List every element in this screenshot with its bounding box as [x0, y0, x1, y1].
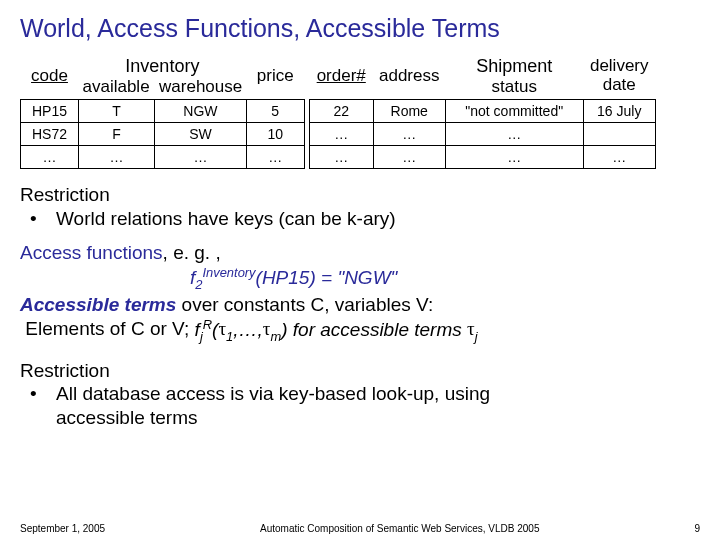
- table-row: HP15 T NGW 5: [21, 100, 305, 123]
- table-row: HS72 F SW 10: [21, 123, 305, 146]
- bullet-icon: •: [20, 207, 56, 231]
- access-functions-block: Access functions, e. g. , f2Inventory(HP…: [20, 241, 700, 345]
- bullet-icon: •: [20, 382, 56, 430]
- col-code: code: [21, 53, 79, 100]
- restriction-2: Restriction •All database access is via …: [20, 359, 700, 430]
- table-row: … … … …: [21, 146, 305, 169]
- inventory-title: Inventory available warehouse: [79, 53, 247, 100]
- table-row: … … … …: [309, 146, 655, 169]
- footer-date: September 1, 2005: [20, 523, 105, 534]
- restriction-1: Restriction •World relations have keys (…: [20, 183, 700, 231]
- col-delivery: delivery date: [583, 53, 655, 100]
- page-number: 9: [694, 523, 700, 534]
- inventory-table: code Inventory available warehouse price…: [20, 53, 305, 169]
- col-order: order#: [309, 53, 373, 100]
- footer: September 1, 2005 Automatic Composition …: [20, 523, 700, 534]
- slide-title: World, Access Functions, Accessible Term…: [20, 14, 700, 43]
- table-row: 22 Rome "not committed" 16 July: [309, 100, 655, 123]
- col-address: address: [373, 53, 445, 100]
- footer-conference: Automatic Composition of Semantic Web Se…: [105, 523, 694, 534]
- col-price: price: [246, 53, 304, 100]
- shipment-table: order# address Shipment status delivery …: [309, 53, 656, 169]
- shipment-title: Shipment status: [445, 53, 583, 100]
- table-row: … … …: [309, 123, 655, 146]
- tables-container: code Inventory available warehouse price…: [20, 53, 700, 169]
